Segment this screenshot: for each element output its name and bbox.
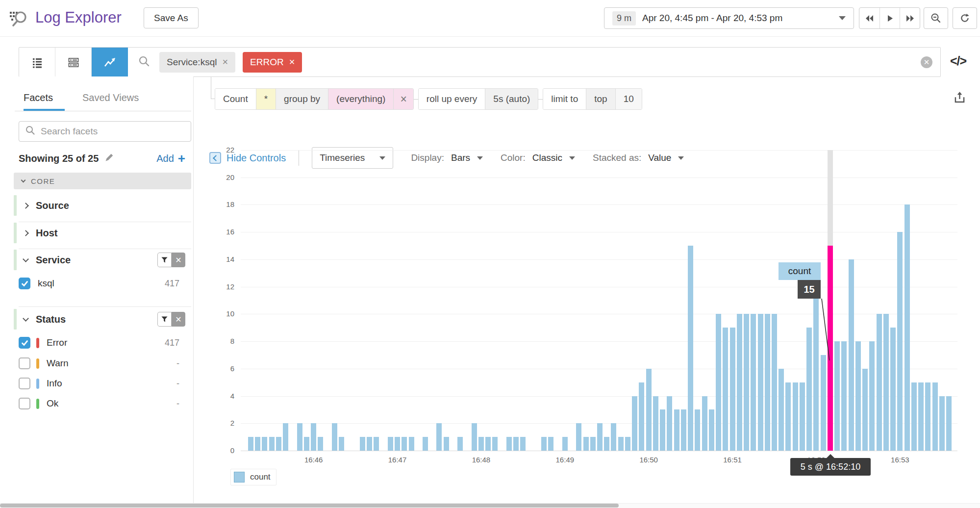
bar[interactable]: [695, 409, 700, 451]
bar[interactable]: [911, 382, 917, 451]
query-limit-cell[interactable]: limit to: [543, 89, 586, 109]
facet-group-source[interactable]: Source: [24, 195, 190, 216]
bar[interactable]: [311, 423, 316, 451]
bar[interactable]: [283, 423, 288, 451]
bar[interactable]: [423, 437, 428, 451]
bar[interactable]: [632, 396, 637, 451]
bar[interactable]: [297, 423, 302, 451]
view-detail-button[interactable]: [55, 48, 92, 76]
bar[interactable]: [918, 382, 924, 451]
bar[interactable]: [946, 396, 952, 451]
bar[interactable]: [849, 259, 854, 451]
bar[interactable]: [457, 437, 463, 451]
bar[interactable]: [576, 423, 581, 451]
bar[interactable]: [688, 246, 693, 451]
bar[interactable]: [255, 437, 260, 451]
facet-group-host[interactable]: Host: [24, 223, 190, 243]
bar[interactable]: [709, 409, 714, 451]
bar[interactable]: [492, 437, 498, 451]
facet-item-label[interactable]: Warn: [47, 358, 69, 369]
refresh-button[interactable]: [953, 7, 977, 29]
facet-item-label[interactable]: ksql: [38, 278, 54, 289]
bar[interactable]: [604, 437, 609, 451]
bar[interactable]: [541, 437, 547, 451]
bar[interactable]: [506, 437, 512, 451]
view-timeseries-button[interactable]: [92, 48, 128, 76]
clear-search-icon[interactable]: ✕: [921, 56, 932, 68]
bar[interactable]: [276, 437, 281, 451]
bar[interactable]: [618, 437, 624, 451]
horizontal-scrollbar-thumb[interactable]: [0, 504, 619, 508]
horizontal-scrollbar-track[interactable]: [0, 503, 980, 508]
time-play-button[interactable]: [879, 8, 900, 28]
bar[interactable]: [785, 382, 791, 451]
bar[interactable]: [248, 437, 253, 451]
export-icon[interactable]: [953, 91, 966, 106]
bar[interactable]: [667, 396, 672, 451]
query-groupby-value-cell[interactable]: (everything): [328, 89, 394, 109]
filter-pill-error[interactable]: ERROR ×: [243, 52, 302, 73]
bar[interactable]: [702, 396, 707, 451]
remove-filter-icon[interactable]: ✕: [172, 312, 185, 327]
bar[interactable]: [855, 341, 861, 451]
remove-filter-icon[interactable]: ×: [289, 56, 295, 68]
bar[interactable]: [730, 328, 735, 451]
bar[interactable]: [758, 314, 763, 451]
bar[interactable]: [821, 355, 826, 451]
filter-funnel-icon[interactable]: [157, 312, 172, 327]
remove-filter-icon[interactable]: ✕: [172, 253, 185, 267]
bar[interactable]: [862, 369, 868, 451]
edit-pencil-icon[interactable]: [104, 152, 114, 164]
filter-funnel-icon[interactable]: [157, 253, 172, 267]
bar[interactable]: [877, 314, 882, 451]
bar[interactable]: [269, 437, 275, 451]
zoom-out-button[interactable]: [924, 7, 948, 29]
bar[interactable]: [304, 437, 309, 451]
bar[interactable]: [339, 437, 344, 451]
bar[interactable]: [813, 287, 819, 451]
bar[interactable]: [674, 409, 679, 451]
filter-pill-service[interactable]: Service:ksql ×: [159, 52, 235, 73]
bar[interactable]: [716, 314, 721, 451]
bar[interactable]: [513, 437, 519, 451]
bar[interactable]: [939, 396, 945, 451]
code-view-icon[interactable]: </>: [950, 54, 966, 68]
time-range-selector[interactable]: 9 m Apr 20, 4:45 pm - Apr 20, 4:53 pm: [604, 7, 854, 29]
tab-facets[interactable]: Facets: [24, 92, 53, 103]
bar[interactable]: [520, 437, 526, 451]
bar[interactable]: [402, 437, 407, 451]
bar[interactable]: [681, 409, 686, 451]
bar[interactable]: [478, 437, 484, 451]
bar[interactable]: [905, 204, 910, 451]
view-list-button[interactable]: [19, 48, 55, 76]
bar[interactable]: [765, 314, 770, 451]
bar[interactable]: [772, 314, 777, 451]
bar[interactable]: [723, 328, 728, 451]
bar[interactable]: [485, 437, 491, 451]
query-count-cell[interactable]: Count: [215, 89, 256, 109]
bar[interactable]: [925, 382, 930, 451]
query-limit-value-cell[interactable]: 10: [616, 89, 642, 109]
bar[interactable]: [262, 437, 267, 451]
tab-saved-views[interactable]: Saved Views: [82, 92, 139, 103]
query-remove-groupby-icon[interactable]: ×: [394, 89, 413, 109]
query-limit-type-cell[interactable]: top: [586, 89, 615, 109]
time-forward-button[interactable]: [900, 8, 920, 28]
bar[interactable]: [388, 437, 393, 451]
bar[interactable]: [841, 341, 847, 451]
bar[interactable]: [562, 437, 568, 451]
bar[interactable]: [597, 423, 603, 451]
checkbox-unchecked[interactable]: [19, 398, 30, 409]
facet-item-label[interactable]: Info: [47, 378, 62, 389]
query-rollup-cell[interactable]: roll up every: [419, 89, 486, 109]
bar[interactable]: [583, 437, 589, 451]
bar[interactable]: [444, 437, 449, 451]
bar[interactable]: [890, 328, 896, 451]
bar[interactable]: [932, 382, 938, 451]
timeseries-plot[interactable]: 16:4616:4716:4816:4916:5016:5116:5216:53: [241, 150, 957, 451]
bar[interactable]: [548, 437, 553, 451]
bar[interactable]: [897, 232, 903, 451]
facet-item-label[interactable]: Ok: [47, 398, 58, 409]
query-star-cell[interactable]: *: [256, 89, 276, 109]
query-groupby-cell[interactable]: group by: [276, 89, 328, 109]
